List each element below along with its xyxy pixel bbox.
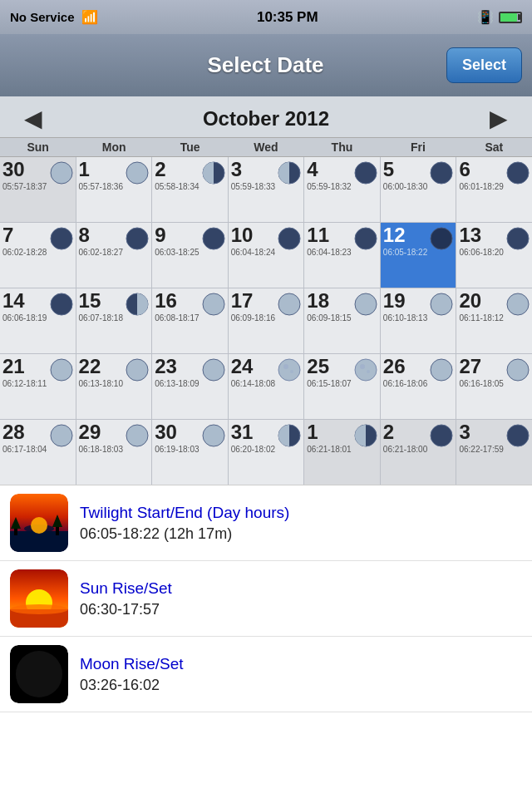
- calendar-day-12[interactable]: 1106:04-18:23: [304, 223, 380, 288]
- day-time: 06:09-18:15: [307, 313, 351, 323]
- calendar-day-4[interactable]: 305:59-18:33: [229, 157, 304, 222]
- calendar-day-24[interactable]: 2306:13-18:09: [152, 354, 228, 419]
- day-time: 06:04-18:23: [307, 248, 351, 258]
- info-row-sunrise[interactable]: Sun Rise/Set 06:30-17:57: [0, 561, 532, 637]
- calendar-day-23[interactable]: 2206:13-18:10: [76, 354, 152, 419]
- svg-point-14: [51, 293, 72, 315]
- calendar-day-9[interactable]: 806:02-18:27: [76, 223, 152, 288]
- day-time: 06:06-18:20: [459, 248, 503, 258]
- day-time: 06:15-18:07: [307, 379, 351, 389]
- calendar-day-14[interactable]: 1306:06-18:20: [456, 223, 532, 288]
- calendar-day-19[interactable]: 1806:09-18:15: [304, 288, 380, 353]
- calendar-day-27[interactable]: 2606:16-18:06: [381, 354, 456, 419]
- calendar-day-28[interactable]: 2706:16-18:05: [456, 354, 532, 419]
- day-number: 3: [231, 159, 242, 180]
- calendar-day-34[interactable]: 206:21-18:00: [381, 420, 456, 485]
- day-number: 16: [155, 290, 177, 312]
- svg-point-6: [507, 162, 529, 184]
- calendar-day-7[interactable]: 606:01-18:29: [456, 157, 532, 222]
- calendar-day-22[interactable]: 2106:12-18:11: [0, 354, 76, 419]
- svg-point-27: [355, 359, 377, 381]
- calendar-day-21[interactable]: 2006:11-18:12: [456, 288, 532, 353]
- day-headers: SunMonTueWedThuFriSat: [0, 137, 532, 157]
- svg-point-8: [126, 228, 148, 249]
- svg-point-16: [203, 293, 224, 315]
- day-time: 05:58-18:34: [155, 182, 199, 192]
- day-time: 05:57-18:36: [79, 182, 123, 192]
- svg-point-9: [203, 228, 224, 249]
- day-number: 26: [383, 356, 406, 377]
- day-header-sat: Sat: [456, 138, 532, 156]
- next-month-button[interactable]: ▶: [482, 105, 515, 132]
- calendar-day-8[interactable]: 706:02-18:28: [0, 223, 76, 288]
- calendar-day-33[interactable]: 106:21-18:01: [304, 420, 380, 485]
- month-nav: ◀ October 2012 ▶: [0, 96, 532, 137]
- svg-point-20: [507, 293, 529, 315]
- info-value-sunrise: 06:30-17:57: [80, 601, 522, 618]
- day-time: 06:12-18:11: [2, 379, 47, 389]
- day-header-tue: Tue: [152, 138, 228, 156]
- day-time: 06:07-18:18: [79, 313, 123, 323]
- calendar-day-16[interactable]: 1506:07-18:18: [76, 288, 152, 353]
- calendar-day-26[interactable]: 2506:15-18:07: [304, 354, 380, 419]
- day-time: 06:13-18:09: [155, 379, 199, 389]
- day-time: 06:10-18:13: [383, 313, 427, 323]
- day-header-sun: Sun: [0, 138, 76, 156]
- day-number: 27: [459, 356, 481, 377]
- info-row-moonrise[interactable]: Moon Rise/Set 03:26-16:02: [0, 637, 532, 712]
- day-header-thu: Thu: [304, 138, 380, 156]
- select-button[interactable]: Select: [446, 47, 522, 83]
- day-time: 06:20-18:02: [231, 445, 275, 455]
- calendar-day-11[interactable]: 1006:04-18:24: [229, 223, 304, 288]
- day-header-wed: Wed: [228, 138, 303, 156]
- day-number: 9: [155, 224, 165, 246]
- day-number: 3: [459, 421, 470, 443]
- svg-point-19: [431, 293, 452, 315]
- page-title: Select Date: [85, 52, 446, 78]
- calendar-day-6[interactable]: 506:00-18:30: [381, 157, 456, 222]
- svg-point-28: [360, 364, 365, 369]
- calendar-day-10[interactable]: 906:03-18:25: [152, 223, 228, 288]
- battery-icon: [499, 12, 522, 23]
- day-number: 6: [459, 159, 470, 180]
- calendar-day-30[interactable]: 2906:18-18:03: [76, 420, 152, 485]
- svg-point-0: [51, 162, 72, 184]
- svg-point-29: [367, 370, 370, 373]
- calendar-day-1[interactable]: 3005:57-18:37: [0, 157, 76, 222]
- info-section: Twilight Start/End (Day hours) 06:05-18:…: [0, 485, 532, 712]
- svg-point-13: [507, 228, 529, 249]
- prev-month-button[interactable]: ◀: [17, 105, 50, 132]
- day-time: 06:08-18:17: [155, 313, 199, 323]
- calendar-day-25[interactable]: 2406:14-18:08: [229, 354, 304, 419]
- info-text-moonrise: Moon Rise/Set 03:26-16:02: [80, 655, 522, 694]
- svg-point-18: [355, 293, 377, 315]
- day-time: 05:59-18:32: [307, 182, 351, 192]
- svg-point-10: [278, 228, 300, 249]
- calendar-day-32[interactable]: 3106:20-18:02: [229, 420, 304, 485]
- calendar-day-15[interactable]: 1406:06-18:19: [0, 288, 76, 353]
- calendar-day-2[interactable]: 105:57-18:36: [76, 157, 152, 222]
- month-year-label: October 2012: [203, 107, 329, 131]
- day-number: 1: [79, 159, 90, 180]
- svg-point-23: [203, 359, 224, 381]
- calendar-day-31[interactable]: 3006:19-18:03: [152, 420, 228, 485]
- day-number: 22: [79, 356, 101, 377]
- calendar-day-18[interactable]: 1706:09-18:16: [229, 288, 304, 353]
- info-title-moonrise: Moon Rise/Set: [80, 655, 522, 673]
- day-number: 30: [2, 159, 25, 180]
- calendar-day-35[interactable]: 306:22-17:59: [456, 420, 532, 485]
- calendar-day-20[interactable]: 1906:10-18:13: [381, 288, 456, 353]
- day-number: 11: [307, 224, 329, 246]
- calendar-day-29[interactable]: 2806:17-18:04: [0, 420, 76, 485]
- svg-point-22: [126, 359, 148, 381]
- calendar-day-17[interactable]: 1606:08-18:17: [152, 288, 228, 353]
- day-time: 06:19-18:03: [155, 445, 199, 455]
- day-time: 06:11-18:12: [459, 313, 503, 323]
- wifi-icon: 📶: [81, 9, 98, 25]
- calendar-day-3[interactable]: 205:58-18:34: [152, 157, 228, 222]
- day-time: 06:03-18:25: [155, 248, 199, 258]
- calendar-day-13[interactable]: 1206:05-18:22: [381, 223, 456, 288]
- status-right: 📳: [477, 9, 522, 25]
- calendar-day-5[interactable]: 405:59-18:32: [304, 157, 380, 222]
- info-row-twilight[interactable]: Twilight Start/End (Day hours) 06:05-18:…: [0, 485, 532, 561]
